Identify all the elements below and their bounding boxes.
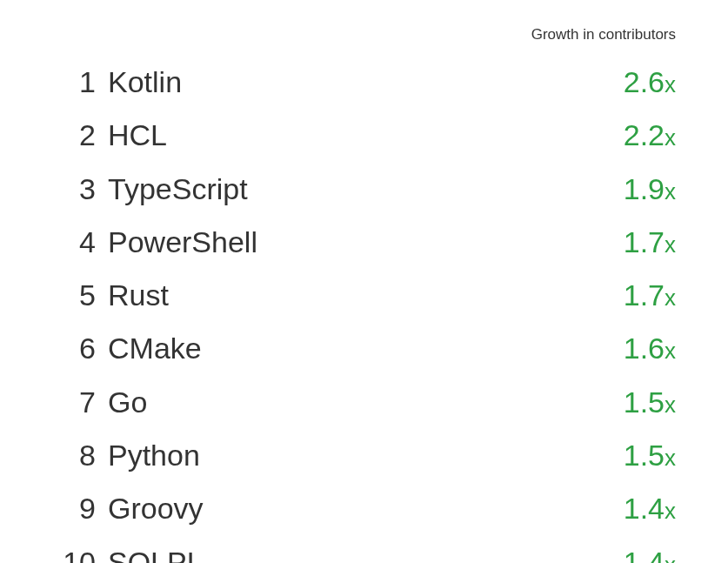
table-row: 3 TypeScript 1.9x [52, 163, 676, 216]
table-row: 9 Groovy 1.4x [52, 482, 676, 535]
rank-cell: 5 [52, 274, 108, 317]
rank-cell: 2 [52, 114, 108, 157]
language-cell: Kotlin [108, 61, 624, 104]
table-row: 1 Kotlin 2.6x [52, 56, 676, 109]
growth-cell: 2.6x [624, 61, 676, 104]
language-cell: Groovy [108, 487, 624, 530]
rank-cell: 4 [52, 221, 108, 264]
rank-cell: 1 [52, 61, 108, 104]
growth-cell: 1.4x [624, 541, 676, 563]
language-cell: SQLPL [108, 541, 624, 563]
growth-cell: 1.9x [624, 168, 676, 211]
table-row: 5 Rust 1.7x [52, 269, 676, 322]
language-growth-table: 1 Kotlin 2.6x 2 HCL 2.2x 3 TypeScript 1.… [52, 56, 676, 563]
language-cell: CMake [108, 327, 624, 370]
growth-cell: 1.7x [624, 274, 676, 317]
rank-cell: 3 [52, 168, 108, 211]
language-cell: Go [108, 381, 624, 424]
growth-cell: 1.7x [624, 221, 676, 264]
table-row: 7 Go 1.5x [52, 376, 676, 429]
growth-cell: 1.6x [624, 327, 676, 370]
table-row: 4 PowerShell 1.7x [52, 216, 676, 269]
table-row: 2 HCL 2.2x [52, 109, 676, 162]
rank-cell: 10 [52, 541, 108, 563]
rank-cell: 8 [52, 434, 108, 477]
growth-cell: 1.5x [624, 434, 676, 477]
rank-cell: 7 [52, 381, 108, 424]
growth-cell: 1.4x [624, 487, 676, 530]
table-row: 10 SQLPL 1.4x [52, 536, 676, 563]
growth-cell: 2.2x [624, 114, 676, 157]
language-cell: PowerShell [108, 221, 624, 264]
language-cell: HCL [108, 114, 624, 157]
rank-cell: 6 [52, 327, 108, 370]
column-header-growth: Growth in contributors [52, 26, 676, 44]
language-cell: TypeScript [108, 168, 624, 211]
growth-cell: 1.5x [624, 381, 676, 424]
language-cell: Python [108, 434, 624, 477]
table-row: 6 CMake 1.6x [52, 322, 676, 375]
table-row: 8 Python 1.5x [52, 429, 676, 482]
rank-cell: 9 [52, 487, 108, 530]
language-cell: Rust [108, 274, 624, 317]
